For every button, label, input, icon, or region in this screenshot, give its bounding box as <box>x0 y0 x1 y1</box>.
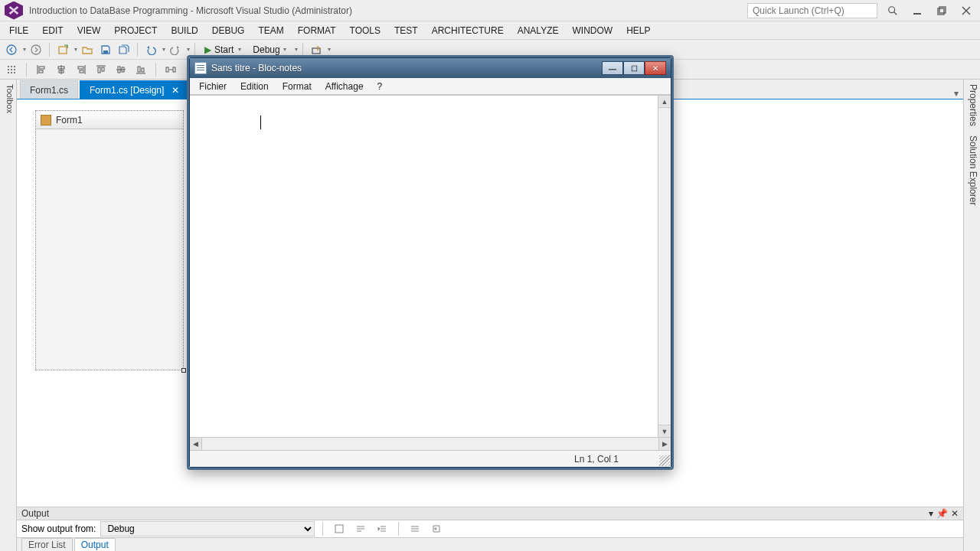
menu-project[interactable]: PROJECT <box>108 23 163 38</box>
designer-form1[interactable]: Form1 <box>35 110 184 370</box>
indent-icon[interactable] <box>374 520 390 537</box>
close-icon[interactable] <box>957 3 975 18</box>
dropdown-icon[interactable]: ▾ <box>295 46 298 53</box>
np-menu-help[interactable]: ? <box>371 80 389 93</box>
start-debug-button[interactable]: ▶Start▾ <box>200 44 246 55</box>
svg-point-14 <box>14 66 15 67</box>
new-project-icon[interactable] <box>54 41 71 58</box>
align-middle-icon[interactable] <box>113 61 129 78</box>
toolbar-overflow-icon[interactable]: ▾ <box>328 46 331 53</box>
dropdown-icon[interactable]: ▾ <box>74 46 77 53</box>
align-right-icon[interactable] <box>73 61 90 78</box>
np-close-icon[interactable]: ✕ <box>645 61 666 75</box>
svg-rect-37 <box>138 67 140 72</box>
menu-build[interactable]: BUILD <box>165 23 204 38</box>
form-icon <box>41 115 51 126</box>
np-menu-edition[interactable]: Edition <box>234 80 275 93</box>
save-icon[interactable] <box>97 41 114 58</box>
output-title: Output <box>21 508 49 519</box>
scroll-right-icon[interactable]: ▶ <box>658 438 671 450</box>
menu-tools[interactable]: TOOLS <box>344 23 387 38</box>
svg-rect-4 <box>939 7 946 13</box>
notepad-textarea[interactable] <box>190 96 658 437</box>
search-icon[interactable] <box>884 3 902 18</box>
scroll-down-icon[interactable]: ▼ <box>658 425 671 437</box>
align-center-icon[interactable] <box>53 61 70 78</box>
show-output-from-label: Show output from: <box>21 523 96 534</box>
resize-grip-icon[interactable] <box>659 455 670 466</box>
redo-icon[interactable] <box>167 41 184 58</box>
svg-rect-9 <box>59 47 67 54</box>
close-panel-icon[interactable]: ✕ <box>951 508 959 519</box>
menu-test[interactable]: TEST <box>388 23 424 38</box>
menu-debug[interactable]: DEBUG <box>206 23 251 38</box>
menu-view[interactable]: VIEW <box>71 23 107 38</box>
np-minimize-icon[interactable]: — <box>602 61 623 75</box>
align-left-icon[interactable] <box>33 61 50 78</box>
menu-team[interactable]: TEAM <box>252 23 289 38</box>
menu-format[interactable]: FORMAT <box>292 23 342 38</box>
nav-back-icon[interactable] <box>3 41 20 58</box>
menu-help[interactable]: HELP <box>620 23 656 38</box>
vs-title-text: Introduction to DataBase Programming - M… <box>29 5 352 16</box>
dropdown-icon[interactable]: ▾ <box>23 46 26 53</box>
dropdown-icon[interactable]: ▾ <box>162 46 165 53</box>
np-maximize-icon[interactable]: ☐ <box>623 61 645 75</box>
toolbox-tab[interactable]: Toolbox <box>0 80 17 551</box>
properties-tab[interactable]: Properties <box>965 84 978 126</box>
svg-point-19 <box>11 72 12 73</box>
np-menu-fichier[interactable]: Fichier <box>193 80 233 93</box>
notepad-window[interactable]: Sans titre - Bloc-notes — ☐ ✕ Fichier Ed… <box>187 55 674 470</box>
notepad-icon <box>194 62 207 74</box>
svg-point-18 <box>8 72 9 73</box>
svg-line-1 <box>894 11 897 15</box>
minimize-icon[interactable] <box>908 3 926 18</box>
horizontal-scrollbar[interactable]: ◀ ▶ <box>190 437 671 450</box>
solution-explorer-tab[interactable]: Solution Explorer <box>965 135 978 205</box>
menu-architecture[interactable]: ARCHITECTURE <box>426 23 510 38</box>
np-menu-affichage[interactable]: Affichage <box>319 80 370 93</box>
save-all-icon[interactable] <box>116 41 132 58</box>
tab-output[interactable]: Output <box>74 538 116 551</box>
pin-icon[interactable]: 📌 <box>936 508 948 519</box>
menu-analyze[interactable]: ANALYZE <box>511 23 565 38</box>
align-top-icon[interactable] <box>93 61 109 78</box>
output-source-select[interactable]: Debug <box>100 521 315 536</box>
menu-file[interactable]: FILE <box>3 23 34 38</box>
open-file-icon[interactable] <box>79 41 96 58</box>
svg-rect-10 <box>103 51 108 54</box>
svg-rect-3 <box>938 8 944 15</box>
align-bottom-icon[interactable] <box>132 61 149 78</box>
dropdown-icon[interactable]: ▾ <box>187 46 190 53</box>
np-menu-format[interactable]: Format <box>276 80 318 93</box>
vertical-scrollbar[interactable]: ▲ ▼ <box>658 96 671 437</box>
tab-form1-cs[interactable]: Form1.cs <box>20 80 78 99</box>
undo-icon[interactable] <box>142 41 159 58</box>
nav-forward-icon[interactable] <box>28 41 44 58</box>
clear-all-icon[interactable] <box>331 520 348 537</box>
config-dropdown[interactable]: Debug▾ <box>247 44 291 56</box>
svg-rect-29 <box>80 70 83 73</box>
scroll-up-icon[interactable]: ▲ <box>658 96 671 108</box>
tab-overflow-icon[interactable]: ▾ <box>949 88 963 99</box>
menu-window[interactable]: WINDOW <box>566 23 619 38</box>
resize-handle-icon[interactable] <box>181 368 186 373</box>
hspace-equal-icon[interactable] <box>162 61 179 78</box>
menu-edit[interactable]: EDIT <box>36 23 69 38</box>
output-dropdown-icon[interactable]: ▾ <box>929 508 933 519</box>
form1-titlebar: Form1 <box>36 111 183 129</box>
find-icon[interactable] <box>428 520 445 537</box>
quick-launch-input[interactable] <box>747 3 877 18</box>
tab-error-list[interactable]: Error List <box>21 538 73 551</box>
align-grid-icon[interactable] <box>3 61 20 78</box>
goto-icon[interactable] <box>407 520 423 537</box>
scroll-left-icon[interactable]: ◀ <box>190 438 202 450</box>
separator <box>302 43 303 57</box>
tab-form1-design[interactable]: Form1.cs [Design]✕ <box>80 80 189 99</box>
form1-title-text: Form1 <box>56 115 83 126</box>
notepad-titlebar[interactable]: Sans titre - Bloc-notes — ☐ ✕ <box>190 58 671 78</box>
separator <box>26 63 27 77</box>
toggle-wrap-icon[interactable] <box>352 520 369 537</box>
notepad-menubar: Fichier Edition Format Affichage ? <box>190 78 671 95</box>
restore-icon[interactable] <box>933 3 951 18</box>
